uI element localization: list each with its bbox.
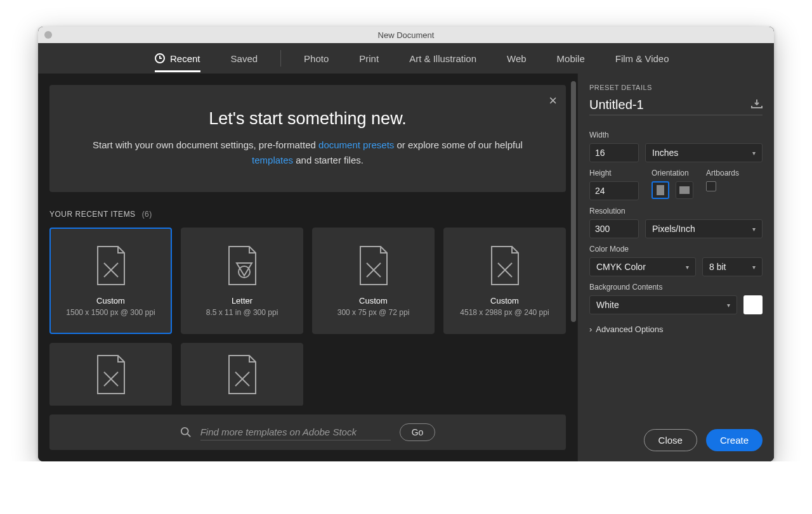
save-preset-icon[interactable] (751, 99, 763, 111)
bgcontents-select[interactable]: White ▾ (589, 295, 737, 314)
document-name-input[interactable]: Untitled-1 (589, 98, 644, 112)
tab-label: Film & Video (615, 53, 669, 64)
card-sublabel: 8.5 x 11 in @ 300 ppi (206, 308, 278, 317)
select-value: Inches (652, 148, 678, 158)
new-document-window: New Document Recent Saved Photo Print Ar… (38, 27, 774, 461)
footer-buttons: Close Create (589, 419, 763, 451)
scrollbar-thumb[interactable] (571, 81, 576, 322)
select-value: 8 bit (709, 262, 726, 272)
traffic-light-close[interactable] (44, 31, 52, 39)
orientation-landscape-button[interactable] (676, 181, 693, 199)
left-pane: × Let's start something new. Start with … (38, 74, 577, 461)
landscape-icon (679, 186, 690, 194)
chevron-down-icon: ▾ (686, 264, 689, 271)
orientation-label: Orientation (652, 169, 693, 177)
bg-color-swatch[interactable] (743, 295, 763, 314)
card-label: Custom (490, 296, 519, 305)
preset-card[interactable] (181, 343, 303, 406)
tab-recent[interactable]: Recent (140, 43, 216, 74)
bitdepth-select[interactable]: 8 bit ▾ (702, 257, 763, 276)
preset-card[interactable]: Letter 8.5 x 11 in @ 300 ppi (181, 228, 303, 334)
document-icon (94, 354, 128, 395)
card-label: Letter (232, 296, 252, 305)
document-name-row: Untitled-1 (589, 98, 763, 115)
left-scroll-region[interactable]: × Let's start something new. Start with … (38, 74, 577, 406)
document-icon (225, 245, 259, 286)
preset-card[interactable]: Custom 1500 x 1500 px @ 300 ppi (49, 228, 172, 334)
tab-label: Recent (170, 53, 200, 64)
tab-saved[interactable]: Saved (216, 43, 273, 74)
colormode-label: Color Mode (589, 245, 763, 254)
tab-label: Print (359, 53, 379, 64)
tab-art[interactable]: Art & Illustration (394, 43, 492, 74)
bgcontents-label: Background Contents (589, 283, 763, 292)
tab-label: Mobile (557, 53, 585, 64)
go-button[interactable]: Go (400, 423, 436, 441)
tab-print[interactable]: Print (344, 43, 394, 74)
welcome-banner: × Let's start something new. Start with … (49, 85, 566, 192)
height-input[interactable] (589, 181, 639, 200)
resolution-unit-select[interactable]: Pixels/Inch ▾ (645, 219, 763, 238)
banner-title: Let's start something new. (88, 109, 528, 129)
document-icon (94, 245, 128, 286)
banner-text-part: or explore some of our helpful (394, 139, 523, 150)
banner-text: Start with your own document settings, p… (88, 138, 528, 168)
scrollbar[interactable] (571, 81, 576, 436)
card-sublabel: 4518 x 2988 px @ 240 ppi (460, 308, 549, 317)
tab-separator (280, 50, 281, 67)
close-icon[interactable]: × (549, 94, 557, 108)
category-tabs: Recent Saved Photo Print Art & Illustrat… (38, 43, 774, 74)
height-label: Height (589, 169, 639, 177)
chevron-down-icon: ▾ (752, 264, 756, 271)
select-value: Pixels/Inch (652, 224, 695, 234)
link-templates[interactable]: templates (252, 155, 293, 165)
close-button[interactable]: Close (644, 429, 697, 451)
advanced-label: Advanced Options (596, 324, 663, 334)
artboards-checkbox[interactable] (706, 181, 716, 191)
recent-items-grid: Custom 1500 x 1500 px @ 300 ppi Letter 8… (49, 228, 566, 406)
clock-icon (155, 53, 165, 63)
width-label: Width (589, 131, 763, 139)
tab-film[interactable]: Film & Video (600, 43, 684, 74)
banner-text-part: Start with your own document settings, p… (93, 139, 318, 150)
window-title: New Document (378, 30, 435, 40)
preset-card[interactable]: Custom 4518 x 2988 px @ 240 ppi (443, 228, 566, 334)
main-content: × Let's start something new. Start with … (38, 74, 774, 461)
resolution-input[interactable] (589, 219, 639, 238)
tab-label: Saved (231, 53, 258, 64)
orientation-portrait-button[interactable] (652, 181, 669, 199)
titlebar: New Document (38, 27, 774, 43)
svg-point-1 (181, 428, 188, 435)
create-button[interactable]: Create (706, 429, 763, 451)
preset-card[interactable] (49, 343, 172, 406)
tab-photo[interactable]: Photo (289, 43, 344, 74)
artboards-label: Artboards (706, 169, 739, 177)
colormode-select[interactable]: CMYK Color ▾ (589, 257, 696, 276)
chevron-down-icon: ▾ (752, 226, 756, 233)
width-input[interactable] (589, 143, 639, 162)
card-label: Custom (359, 296, 388, 305)
resolution-label: Resolution (589, 207, 763, 215)
tab-mobile[interactable]: Mobile (542, 43, 600, 74)
section-count: (6) (142, 210, 152, 219)
width-unit-select[interactable]: Inches ▾ (645, 143, 763, 162)
stock-search-input[interactable] (200, 424, 391, 440)
card-sublabel: 300 x 75 px @ 72 ppi (337, 308, 410, 317)
banner-text-part: and starter files. (293, 155, 363, 165)
advanced-options-toggle[interactable]: › Advanced Options (589, 324, 763, 334)
chevron-down-icon: ▾ (752, 150, 756, 157)
portrait-icon (657, 185, 664, 195)
preset-card[interactable]: Custom 300 x 75 px @ 72 ppi (312, 228, 435, 334)
chevron-down-icon: ▾ (727, 302, 730, 309)
tab-web[interactable]: Web (492, 43, 542, 74)
preset-details-panel: PRESET DETAILS Untitled-1 Width Inches ▾… (577, 74, 774, 461)
tab-label: Photo (304, 53, 329, 64)
select-value: CMYK Color (596, 262, 646, 272)
link-document-presets[interactable]: document presets (318, 139, 394, 150)
section-title: YOUR RECENT ITEMS (6) (49, 210, 566, 219)
select-value: White (596, 300, 619, 310)
tab-label: Web (507, 53, 527, 64)
section-label: YOUR RECENT ITEMS (49, 210, 136, 219)
panel-title: PRESET DETAILS (589, 84, 763, 91)
chevron-right-icon: › (589, 324, 592, 334)
